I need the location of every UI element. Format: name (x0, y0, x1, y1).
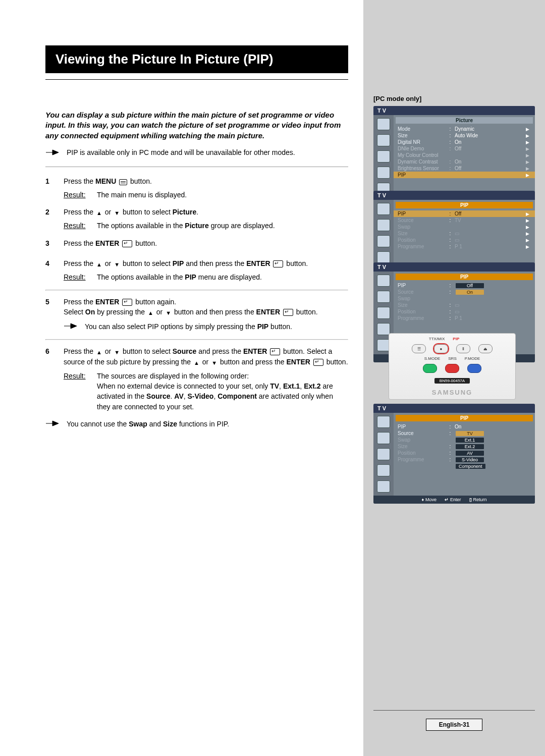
remote-smode-button (423, 364, 437, 373)
step-number: 3 (45, 238, 54, 251)
result-label: Result: (64, 221, 90, 231)
remote-blank-button: Ⅱ (456, 344, 470, 353)
down-arrow-icon (114, 347, 120, 357)
page-title: Viewing the Picture In Picture (PIP) (56, 51, 338, 67)
step-number: 4 (45, 258, 54, 283)
menu-button-icon (119, 179, 127, 185)
title-underline (45, 79, 348, 80)
page-title-bar: Viewing the Picture In Picture (PIP) (45, 45, 348, 73)
pc-mode-only-label: [PC mode only] (373, 95, 421, 102)
page-number: English-31 (426, 719, 482, 731)
left-column: Viewing the Picture In Picture (PIP) You… (45, 45, 348, 436)
top-note-text: PIP is available only in PC mode and wil… (67, 148, 295, 158)
remote-ttx-button: ☰ (412, 344, 426, 353)
top-note: PIP is available only in PC mode and wil… (45, 148, 348, 158)
step-4: 4 Press the or button to select PIP and … (45, 258, 348, 283)
result-label: Result: (64, 190, 90, 200)
step-2: 2 Press the or button to select Picture.… (45, 207, 348, 231)
step-number: 5 (45, 297, 54, 332)
channel-tab-icon (377, 150, 390, 163)
down-arrow-icon (114, 207, 120, 218)
intro-paragraph: You can display a sub picture within the… (45, 110, 348, 141)
step-number: 6 (45, 346, 54, 429)
step-6: 6 Press the or button to select Source a… (45, 346, 348, 429)
result-label: Result: (64, 272, 90, 282)
down-arrow-icon (114, 259, 120, 269)
up-arrow-icon (148, 307, 153, 317)
separator (45, 167, 348, 167)
step-number: 1 (45, 176, 54, 200)
down-arrow-icon (166, 307, 171, 317)
remote-control-illustration: TTX/MIX PIP ☰ ● Ⅱ ⏏ S.MODE SRS P.MODE BN… (389, 333, 516, 400)
remote-pmode-button (467, 364, 481, 373)
setup-tab-icon (377, 167, 390, 179)
down-arrow-icon (211, 357, 217, 367)
up-arrow-icon (96, 259, 102, 269)
result-label: Result: (64, 371, 90, 412)
step-number: 2 (45, 207, 54, 231)
remote-model-label: BN59-00457A (434, 378, 470, 384)
remote-srs-button (445, 364, 459, 373)
enter-button-icon (283, 309, 293, 316)
right-column: [PC mode only] T V Picture Mode:Dynamic▶… (363, 0, 545, 756)
manual-page: Viewing the Picture In Picture (PIP) You… (0, 0, 545, 756)
note-arrow-icon (64, 322, 78, 332)
remote-pip-button: ● (434, 344, 448, 353)
step-3: 3 Press the ENTER button. (45, 238, 348, 251)
separator (45, 339, 348, 340)
footer-rule (373, 710, 535, 711)
enter-button-icon (273, 260, 283, 267)
remote-brand-label: SAMSUNG (432, 389, 472, 396)
osd-side-icons (373, 115, 394, 198)
note-arrow-icon (45, 149, 60, 156)
step-5: 5 Press the ENTER button again. Select O… (45, 297, 348, 332)
enter-button-icon (122, 299, 132, 306)
up-arrow-icon (96, 347, 102, 357)
sound-tab-icon (377, 134, 390, 146)
enter-button-icon (313, 359, 323, 366)
separator (45, 290, 348, 291)
osd-source-dropdown: T V PIP PIP:On Source:TV SwapExt.1 Size:… (373, 404, 535, 504)
picture-tab-icon (377, 118, 390, 130)
up-arrow-icon (194, 357, 199, 367)
enter-button-icon (122, 240, 132, 247)
step-1: 1 Press the MENU button. Result: The mai… (45, 176, 348, 200)
up-arrow-icon (96, 207, 102, 218)
note-arrow-icon (45, 420, 60, 429)
enter-button-icon (270, 348, 280, 355)
remote-blank-button: ⏏ (478, 344, 493, 353)
